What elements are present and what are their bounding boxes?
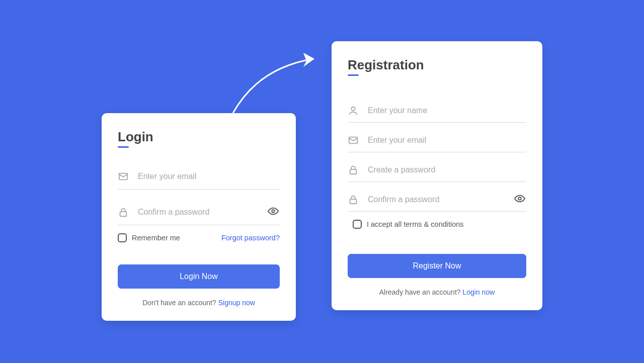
registration-title: Registration <box>348 57 424 75</box>
svg-point-2 <box>272 210 275 213</box>
login-footer-text: Don't have an account? <box>142 299 218 307</box>
register-button[interactable]: Register Now <box>348 254 526 278</box>
forgot-password-link[interactable]: Forgot password? <box>221 234 280 242</box>
login-title: Login <box>118 129 153 147</box>
login-link[interactable]: Login now <box>462 288 495 296</box>
user-icon <box>348 105 359 116</box>
register-footer-text: Already have an account? <box>379 288 463 296</box>
lock-icon <box>118 207 129 218</box>
register-confirm-field <box>348 192 526 212</box>
register-password-field <box>348 162 526 182</box>
mail-icon <box>348 135 359 146</box>
registration-card: Registration I accept all terms & condit… <box>332 41 542 310</box>
lock-icon <box>348 194 359 205</box>
eye-icon[interactable] <box>514 193 525 206</box>
eye-icon[interactable] <box>268 206 279 219</box>
register-email-field <box>348 133 526 152</box>
mail-icon <box>118 171 129 182</box>
register-name-input[interactable] <box>368 106 526 115</box>
remember-label: Remember me <box>132 234 180 242</box>
transition-arrow-icon <box>228 48 329 118</box>
svg-point-7 <box>518 197 521 200</box>
login-password-field <box>118 205 280 225</box>
remember-checkbox[interactable] <box>118 233 127 242</box>
login-email-field <box>118 169 280 190</box>
register-name-field <box>348 103 526 123</box>
svg-rect-5 <box>350 169 357 174</box>
register-footer: Already have an account? Login now <box>348 288 526 296</box>
terms-checkbox[interactable] <box>353 220 362 229</box>
login-button[interactable]: Login Now <box>118 264 280 289</box>
signup-link[interactable]: Signup now <box>218 299 255 307</box>
svg-point-3 <box>351 107 355 111</box>
lock-icon <box>348 164 359 175</box>
login-card: Login Remember me Forgot password? Login… <box>102 113 296 321</box>
register-password-input[interactable] <box>368 165 526 174</box>
login-options-row: Remember me Forgot password? <box>118 233 280 242</box>
register-email-input[interactable] <box>368 136 526 145</box>
terms-row: I accept all terms & conditions <box>353 220 526 229</box>
svg-rect-6 <box>350 199 357 204</box>
svg-rect-1 <box>120 212 127 216</box>
register-confirm-input[interactable] <box>368 195 526 204</box>
login-password-input[interactable] <box>138 208 280 217</box>
terms-label: I accept all terms & conditions <box>367 220 464 228</box>
login-footer: Don't have an account? Signup now <box>118 299 280 307</box>
login-email-input[interactable] <box>138 172 280 181</box>
